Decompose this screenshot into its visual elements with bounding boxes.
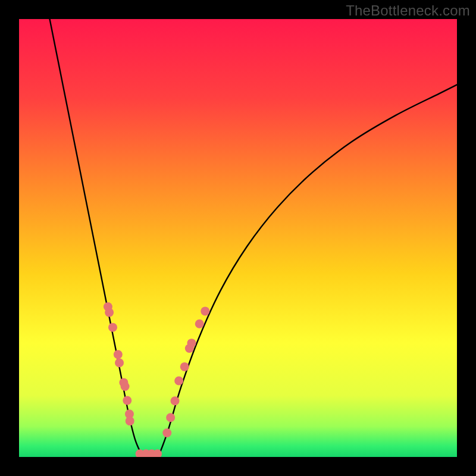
marker-left-6 (121, 382, 130, 391)
marker-right-1 (166, 413, 175, 422)
marker-right-0 (162, 428, 171, 437)
marker-right-6 (187, 339, 196, 347)
marker-right-7 (195, 320, 204, 328)
marker-right-3 (174, 376, 183, 385)
marker-right-2 (171, 396, 180, 405)
marker-right-8 (201, 306, 209, 315)
marker-left-4 (115, 358, 124, 367)
watermark-text: TheBottleneck.com (346, 2, 470, 19)
marker-right-4 (180, 362, 189, 371)
marker-left-3 (114, 350, 123, 359)
bottleneck-chart (0, 0, 476, 476)
marker-left-1 (105, 308, 114, 317)
marker-left-9 (126, 416, 134, 425)
marker-left-7 (123, 396, 131, 405)
marker-left-2 (108, 323, 117, 332)
gradient-background (19, 19, 457, 457)
chart-frame: TheBottleneck.com (0, 0, 476, 476)
